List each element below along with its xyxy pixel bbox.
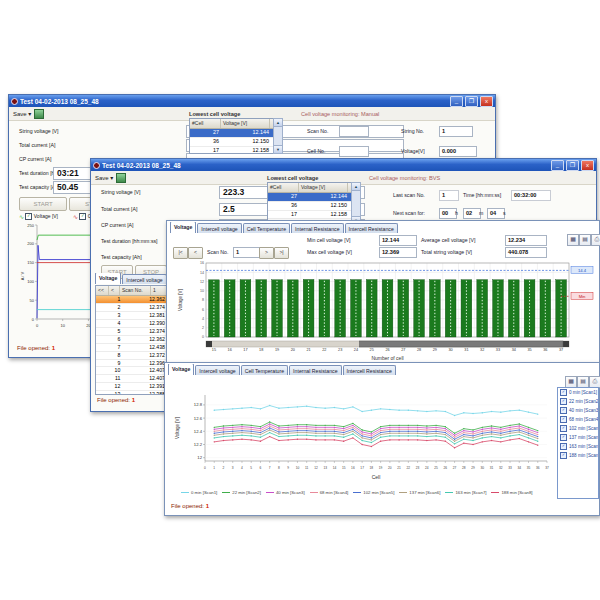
table-row[interactable]: 312.381 bbox=[96, 312, 168, 320]
title-bar[interactable]: Test 04-02-2013 08_25_48 _ ❐ x bbox=[91, 159, 596, 171]
tab-internal-resistance[interactable]: Internal Resistance bbox=[289, 365, 341, 375]
save-icon[interactable] bbox=[116, 173, 126, 183]
legend-item[interactable]: ✓22 min [Scan2] bbox=[558, 397, 598, 406]
tab-intercell-voltage[interactable]: Intercell voltage bbox=[197, 223, 241, 233]
tab-intercell-voltage[interactable]: Intercell voltage bbox=[195, 365, 239, 375]
save-icon[interactable] bbox=[34, 109, 44, 119]
table-icon[interactable]: ▦ bbox=[567, 234, 579, 246]
start-button[interactable]: START bbox=[19, 197, 67, 211]
table-row[interactable]: 912.396 bbox=[96, 360, 168, 368]
next-scan-button[interactable]: > bbox=[259, 247, 274, 259]
scroll-down-icon[interactable]: ▼ bbox=[274, 145, 282, 153]
first-scan-button[interactable]: |< bbox=[173, 247, 188, 259]
scrollbar-thumb[interactable] bbox=[359, 341, 563, 347]
minimize-icon[interactable]: _ bbox=[450, 96, 463, 107]
table-scrollbar[interactable]: ▲▼ bbox=[351, 182, 361, 225]
table-row[interactable]: 112.362 bbox=[96, 296, 168, 304]
svg-text:27: 27 bbox=[401, 348, 405, 352]
column-header[interactable]: #Cell bbox=[190, 119, 221, 128]
table-row[interactable]: 812.372 bbox=[96, 352, 168, 360]
scan-no-field[interactable] bbox=[339, 126, 369, 137]
tab-cell-temperature[interactable]: Cell Temperature bbox=[243, 223, 290, 233]
table-row[interactable]: 612.362 bbox=[96, 336, 168, 344]
table-row[interactable]: 712.438 bbox=[96, 344, 168, 352]
legend-label: 22 min [Scan2] bbox=[569, 399, 599, 404]
table-row[interactable]: 1312.388 bbox=[96, 391, 168, 395]
voltage-checkbox[interactable]: ✓ bbox=[25, 213, 32, 220]
tab-intercell-resistance[interactable]: Intercell Resistance bbox=[343, 365, 396, 375]
tab-voltage[interactable]: Voltage bbox=[170, 222, 196, 233]
save-icon[interactable]: ▤ bbox=[579, 234, 591, 246]
scroll-up-icon[interactable]: ▲ bbox=[274, 119, 282, 127]
legend-item[interactable]: ✓188 min [Scan8] bbox=[558, 451, 598, 460]
legend-item[interactable]: ✓40 min [Scan3] bbox=[558, 406, 598, 415]
save-button[interactable]: Save ▾ bbox=[13, 110, 31, 117]
prev-page-button[interactable]: < bbox=[109, 286, 120, 295]
table-row[interactable]: 1712.158 bbox=[190, 147, 274, 154]
close-icon[interactable]: x bbox=[581, 160, 594, 171]
limit-label: 14.4 bbox=[578, 268, 587, 273]
close-icon[interactable]: x bbox=[480, 96, 493, 107]
table-row[interactable]: 412.390 bbox=[96, 320, 168, 328]
tab-cell-temperature[interactable]: Cell Temperature bbox=[241, 365, 288, 375]
maximize-icon[interactable]: ❐ bbox=[465, 96, 478, 107]
svg-text:23: 23 bbox=[416, 466, 420, 470]
tab-voltage[interactable]: Voltage bbox=[95, 273, 121, 284]
svg-text:26: 26 bbox=[444, 466, 448, 470]
table-scrollbar[interactable]: ▲▼ bbox=[273, 118, 283, 154]
maximize-icon[interactable]: ❐ bbox=[566, 160, 579, 171]
lowest-cell-title: Lowest cell voltage bbox=[267, 175, 318, 181]
svg-text:19: 19 bbox=[379, 466, 383, 470]
title-bar[interactable]: Test 04-02-2013 08_25_48 _ ❐ x bbox=[9, 95, 495, 107]
table-row[interactable]: 212.374 bbox=[96, 304, 168, 312]
table-row[interactable]: 3612.150 bbox=[190, 138, 274, 147]
first-page-button[interactable]: << bbox=[96, 286, 109, 295]
table-row[interactable]: 1212.391 bbox=[96, 383, 168, 391]
series-line bbox=[37, 235, 91, 240]
last-scan-button[interactable]: >| bbox=[274, 247, 289, 259]
svg-text:6: 6 bbox=[260, 466, 262, 470]
string-no-field[interactable]: 1 bbox=[439, 126, 473, 137]
y-axis-label: Voltage [V] bbox=[175, 417, 180, 439]
column-header[interactable]: Voltage [V] bbox=[299, 183, 348, 192]
checkbox-icon: ✓ bbox=[560, 434, 567, 441]
prev-scan-button[interactable]: < bbox=[188, 247, 203, 259]
legend-item[interactable]: ✓0 min [Scan1] bbox=[558, 388, 598, 397]
current-checkbox[interactable]: ✓ bbox=[79, 213, 86, 220]
column-header[interactable]: #Cell bbox=[268, 183, 299, 192]
table-row[interactable]: 1112.407 bbox=[96, 375, 168, 383]
tab-intercell-resistance[interactable]: Intercell Resistance bbox=[345, 223, 398, 233]
series-legend: ✓0 min [Scan1]✓22 min [Scan2]✓40 min [Sc… bbox=[557, 387, 599, 499]
table-row[interactable]: 2712.144 bbox=[190, 129, 274, 138]
scroll-up-icon[interactable]: ▲ bbox=[352, 183, 360, 191]
svg-text:12.2: 12.2 bbox=[194, 442, 203, 447]
table-row[interactable]: 1712.158 bbox=[268, 211, 352, 220]
voltage-field[interactable]: 0.000 bbox=[439, 146, 477, 157]
table-row[interactable]: 2712.144 bbox=[268, 193, 352, 202]
table-row[interactable]: 1012.407 bbox=[96, 367, 168, 375]
save-button[interactable]: Save ▾ bbox=[95, 174, 113, 181]
cell: 12.362 bbox=[123, 296, 168, 303]
table-row[interactable]: 512.374 bbox=[96, 328, 168, 336]
svg-text:32: 32 bbox=[480, 348, 484, 352]
legend-item[interactable]: ✓68 min [Scan4] bbox=[558, 415, 598, 424]
tab-intercell-voltage[interactable]: Intercell voltage bbox=[122, 274, 166, 284]
table-row[interactable]: 3612.150 bbox=[268, 202, 352, 211]
hours-unit: h bbox=[455, 210, 458, 216]
column-header[interactable]: Voltage [V] bbox=[221, 119, 270, 128]
min-tag-label: Min bbox=[579, 294, 586, 299]
print-icon[interactable]: ⎙ bbox=[591, 234, 600, 246]
legend-item[interactable]: ✓137 min [Scan6] bbox=[558, 433, 598, 442]
legend-item[interactable]: ✓102 min [Scan5] bbox=[558, 424, 598, 433]
cell-no-field[interactable] bbox=[339, 146, 369, 157]
series-color-dash bbox=[181, 492, 189, 493]
tab-voltage[interactable]: Voltage bbox=[168, 364, 194, 375]
x-axis-label: Cell bbox=[372, 474, 381, 480]
desktop: Test 04-02-2013 08_25_48 _ ❐ x Save ▾ St… bbox=[0, 0, 600, 600]
scan-no-field[interactable]: 1 bbox=[233, 247, 261, 258]
tab-internal-resistance[interactable]: Internal Resistance bbox=[291, 223, 343, 233]
lowest-cell-title: Lowest cell voltage bbox=[189, 111, 240, 117]
bottom-legend: 0 min [Scan1]22 min [Scan2]40 min [Scan3… bbox=[181, 490, 557, 495]
legend-item[interactable]: ✓163 min [Scan7] bbox=[558, 442, 598, 451]
minimize-icon[interactable]: _ bbox=[551, 160, 564, 171]
